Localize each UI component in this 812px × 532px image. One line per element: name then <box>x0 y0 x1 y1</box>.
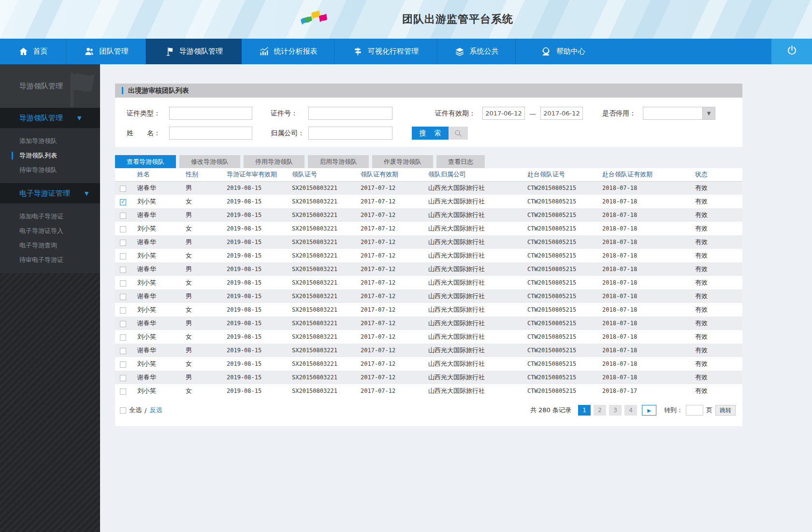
flag-watermark-icon <box>44 70 99 108</box>
cell-annual: 2019-08-15 <box>222 222 287 235</box>
cert-type-label: 证件类型： <box>127 109 169 118</box>
nav-item-layers[interactable]: 系统公共 <box>437 39 516 64</box>
column-header: 导游证年审有效期 <box>222 168 287 181</box>
cell-annual: 2019-08-15 <box>222 235 287 249</box>
cell-name: 刘小笑 <box>132 222 181 235</box>
sidebar-item[interactable]: 添加导游领队 <box>0 134 100 148</box>
sidebar-item[interactable]: 电子导游证导入 <box>0 224 100 238</box>
cell-tw_no: CTW20150805215 <box>522 195 597 208</box>
date-from-input[interactable] <box>482 107 525 120</box>
column-header: 领队证号 <box>287 168 356 181</box>
cell-cert_no: SX20150803221 <box>287 316 356 330</box>
cell-cert_valid: 2017-07-12 <box>356 316 423 330</box>
sidebar-item[interactable]: 待审电子导游证 <box>0 253 100 267</box>
column-header: 性别 <box>181 168 222 181</box>
cell-tw_no: CTW20150805215 <box>522 330 597 344</box>
record-count: 共 280 条记录 <box>530 406 571 415</box>
cell-tw_valid: 2018-07-18 <box>597 235 690 249</box>
cell-company: 山西光大国际旅行社 <box>423 384 522 398</box>
cell-tw_valid: 2018-07-18 <box>597 357 690 371</box>
table-row: 刘小笑女2019-08-15SX201508032212017-07-12山西光… <box>115 249 742 262</box>
goto-page-input[interactable] <box>686 405 703 416</box>
nav-item-flag[interactable]: 导游领队管理 <box>146 39 242 64</box>
chevron-down-icon[interactable]: ▼ <box>702 107 715 119</box>
row-checkbox[interactable] <box>120 186 126 192</box>
tab-inactive[interactable]: 作废导游领队 <box>372 155 433 168</box>
cell-cert_no: SX20150803221 <box>287 208 356 222</box>
cell-annual: 2019-08-15 <box>222 316 287 330</box>
layers-icon <box>454 46 465 57</box>
row-checkbox[interactable] <box>120 253 126 259</box>
tab-inactive[interactable]: 启用导游领队 <box>308 155 369 168</box>
page-button[interactable]: 2 <box>594 405 606 416</box>
sidebar-group-header[interactable]: 电子导游证管理▼ <box>0 183 100 203</box>
nav-item-signpost[interactable]: 可视化行程管理 <box>334 39 437 64</box>
cell-cert_valid: 2017-07-12 <box>356 235 423 249</box>
disabled-label: 是否停用： <box>602 109 643 118</box>
nav-item-home[interactable]: 首页 <box>0 39 66 64</box>
cell-name: 谢春华 <box>132 371 181 384</box>
cell-name: 刘小笑 <box>132 303 181 316</box>
invert-selection-link[interactable]: 反选 <box>149 406 162 415</box>
row-checkbox[interactable] <box>120 361 126 368</box>
tab-inactive[interactable]: 查看日志 <box>436 155 485 168</box>
goto-label: 转到： <box>664 406 683 415</box>
tab-inactive[interactable]: 停用导游领队 <box>244 155 304 168</box>
column-header: 赴台领队证号 <box>522 168 597 181</box>
cell-name: 谢春华 <box>132 289 181 303</box>
sidebar-item[interactable]: 添加电子导游证 <box>0 209 100 224</box>
name-input[interactable] <box>169 127 252 140</box>
cell-tw_valid: 2018-07-18 <box>597 276 690 289</box>
footer-separator: / <box>145 407 146 414</box>
cert-type-input[interactable] <box>169 107 252 120</box>
table-footer: 全选 / 反选 共 280 条记录 1234 ▶ 转到： 页 跳转 <box>115 398 742 426</box>
row-checkbox[interactable] <box>120 240 126 246</box>
row-checkbox[interactable] <box>120 348 126 354</box>
nav-item-chart[interactable]: 统计分析报表 <box>242 39 334 64</box>
select-all-label[interactable]: 全选 <box>129 406 142 415</box>
table-row: 谢春华男2019-08-15SX201508032212017-07-12山西光… <box>115 208 742 222</box>
cell-cert_no: SX20150803221 <box>287 330 356 344</box>
sidebar-item[interactable]: 导游领队列表 <box>0 148 100 163</box>
disabled-select[interactable]: ▼ <box>643 107 715 120</box>
tab-active[interactable]: 查看导游领队 <box>115 155 176 168</box>
row-checkbox[interactable] <box>120 199 126 205</box>
row-checkbox[interactable] <box>120 375 126 381</box>
select-all-checkbox[interactable] <box>120 407 126 414</box>
row-checkbox[interactable] <box>120 294 126 300</box>
row-checkbox[interactable] <box>120 307 126 314</box>
company-input[interactable] <box>308 127 392 140</box>
search-form: 证件类型： 证件号： 证件有效期： — 是否停用： ▼ 姓 名： <box>115 98 742 147</box>
cell-tw_valid: 2018-07-18 <box>597 371 690 384</box>
cell-gender: 男 <box>181 208 222 222</box>
row-checkbox[interactable] <box>120 213 126 219</box>
sidebar-item[interactable]: 电子导游查询 <box>0 238 100 253</box>
nav-item-headset[interactable]: 帮助中心 <box>516 39 610 64</box>
cell-cert_valid: 2017-07-12 <box>356 276 423 289</box>
sidebar-item[interactable]: 待审导游领队 <box>0 163 100 177</box>
page-button[interactable]: 1 <box>578 405 591 416</box>
search-button[interactable]: 搜 索 <box>412 127 468 140</box>
jump-button[interactable]: 跳转 <box>715 405 736 416</box>
row-checkbox[interactable] <box>120 267 126 273</box>
tab-inactive[interactable]: 修改导游领队 <box>179 155 240 168</box>
cell-cert_no: SX20150803221 <box>287 357 356 371</box>
row-checkbox[interactable] <box>120 321 126 327</box>
row-checkbox[interactable] <box>120 334 126 341</box>
search-button-label: 搜 索 <box>412 127 449 140</box>
cert-no-input[interactable] <box>308 107 392 120</box>
row-checkbox[interactable] <box>120 388 126 395</box>
cell-name: 刘小笑 <box>132 384 181 398</box>
row-checkbox[interactable] <box>120 226 126 232</box>
date-to-input[interactable] <box>540 107 583 120</box>
cell-tw_no: CTW20150805215 <box>522 357 597 371</box>
logout-button[interactable] <box>771 39 812 64</box>
next-page-button[interactable]: ▶ <box>642 405 656 416</box>
nav-item-team[interactable]: 团队管理 <box>66 39 146 64</box>
page-button[interactable]: 4 <box>624 405 637 416</box>
page-button[interactable]: 3 <box>609 405 622 416</box>
table-row: 谢春华男2019-08-15SX201508032212017-07-12山西光… <box>115 235 742 249</box>
sidebar-group-header[interactable]: 导游领队管理▼ <box>0 108 100 128</box>
row-checkbox[interactable] <box>120 280 126 287</box>
headset-icon <box>540 46 551 57</box>
